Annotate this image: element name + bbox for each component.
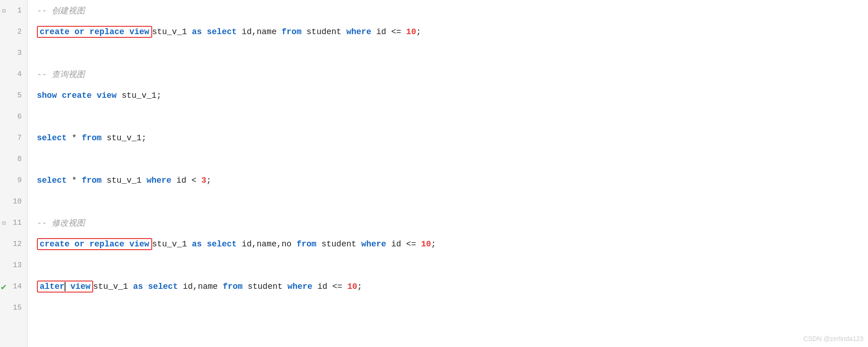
line-number-13: 13 bbox=[0, 255, 27, 276]
line-number-4: 4 bbox=[0, 64, 27, 85]
code-line-13 bbox=[28, 255, 868, 276]
line-number-9: 9 bbox=[0, 170, 27, 191]
code-content: stu_v_1 as select id,name from student w… bbox=[152, 27, 421, 36]
code-line-11: -- 修改视图 bbox=[28, 212, 868, 233]
code-line-12: create or replace view stu_v_1 as select… bbox=[28, 233, 868, 255]
keyword-box: create or replace view bbox=[37, 238, 152, 250]
code-content: show create view stu_v_1; bbox=[37, 91, 161, 100]
watermark: CSDN @zerlinda123 bbox=[803, 335, 863, 342]
line-number-12: 12 bbox=[0, 233, 27, 255]
line-number-7: 7 bbox=[0, 127, 27, 149]
code-area: -- 创建视图create or replace view stu_v_1 as… bbox=[28, 0, 868, 347]
code-line-14: alter view stu_v_1 as select id,name fro… bbox=[28, 276, 868, 297]
code-content: stu_v_1 as select id,name,no from studen… bbox=[152, 239, 436, 249]
editor-container: ⊟12345678910⊟111213✔1415 -- 创建视图create o… bbox=[0, 0, 868, 347]
code-content: select * from stu_v_1 where id < 3; bbox=[37, 176, 211, 185]
line-number-11: ⊟11 bbox=[0, 212, 27, 233]
code-line-10 bbox=[28, 191, 868, 212]
code-line-6 bbox=[28, 106, 868, 127]
code-line-5: show create view stu_v_1; bbox=[28, 85, 868, 106]
text-cursor bbox=[65, 282, 65, 291]
code-content: select * from stu_v_1; bbox=[37, 133, 147, 143]
line-number-3: 3 bbox=[0, 42, 27, 64]
code-line-4: -- 查询视图 bbox=[28, 64, 868, 85]
code-line-8 bbox=[28, 149, 868, 170]
line-numbers: ⊟12345678910⊟111213✔1415 bbox=[0, 0, 28, 347]
code-line-7: select * from stu_v_1; bbox=[28, 127, 868, 149]
line-number-6: 6 bbox=[0, 106, 27, 127]
line-number-14: ✔14 bbox=[0, 276, 27, 297]
check-icon: ✔ bbox=[1, 281, 6, 293]
code-content: stu_v_1 as select id,name from student w… bbox=[93, 282, 362, 291]
line-number-2: 2 bbox=[0, 21, 27, 42]
code-line-9: select * from stu_v_1 where id < 3; bbox=[28, 170, 868, 191]
line-number-1: ⊟1 bbox=[0, 0, 27, 21]
line-number-15: 15 bbox=[0, 297, 27, 318]
line-number-10: 10 bbox=[0, 191, 27, 212]
comment-text: -- 修改视图 bbox=[37, 217, 85, 228]
line-number-5: 5 bbox=[0, 85, 27, 106]
code-line-3 bbox=[28, 42, 868, 64]
comment-text: -- 创建视图 bbox=[37, 5, 85, 16]
comment-text: -- 查询视图 bbox=[37, 69, 85, 80]
alter-box: alter view bbox=[37, 281, 93, 293]
code-line-2: create or replace view stu_v_1 as select… bbox=[28, 21, 868, 42]
fold-icon[interactable]: ⊟ bbox=[2, 7, 6, 15]
fold-icon[interactable]: ⊟ bbox=[2, 219, 6, 227]
keyword-box: create or replace view bbox=[37, 26, 152, 38]
code-line-1: -- 创建视图 bbox=[28, 0, 868, 21]
line-number-8: 8 bbox=[0, 149, 27, 170]
code-line-15 bbox=[28, 297, 868, 318]
